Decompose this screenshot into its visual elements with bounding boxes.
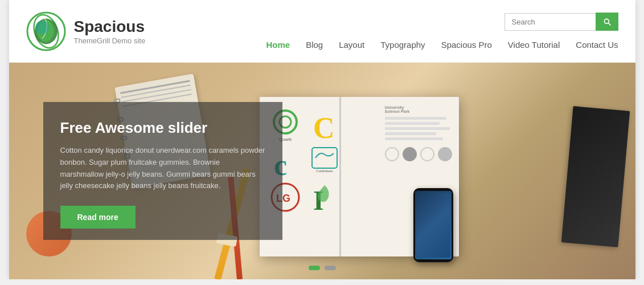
site-title: Spacious [74, 17, 146, 36]
read-more-button[interactable]: Read more [60, 206, 136, 229]
slider-dots [309, 266, 336, 270]
header-right: Home Blog Layout Typography Spacious Pro… [266, 13, 618, 50]
hero-body: Cotton candy liquorice donut unerdwear.c… [60, 145, 265, 192]
nav-item-layout[interactable]: Layout [339, 40, 364, 50]
slider-dot-2[interactable] [325, 266, 336, 270]
logo-leaf: I [311, 182, 338, 212]
search-button[interactable] [596, 13, 618, 31]
svg-text:C: C [313, 112, 335, 141]
hero-overlay: Free Awesome slider Cotton candy liquori… [43, 102, 282, 240]
site-title-group: Spacious ThemeGrill Demo site [74, 17, 146, 45]
slider-dot-1[interactable] [309, 266, 320, 270]
hero-title: Free Awesome slider [60, 119, 265, 137]
nav-item-typography[interactable]: Typography [380, 40, 425, 50]
hero-slider: Quark C c [9, 63, 635, 279]
site-header: Spacious ThemeGrill Demo site Home Blog … [9, 0, 635, 63]
site-branding: Spacious ThemeGrill Demo site [26, 11, 146, 51]
search-input[interactable] [504, 13, 596, 31]
deco-book-right [561, 106, 630, 247]
site-logo-icon [26, 11, 66, 51]
logo-conedison [311, 146, 338, 169]
nav-item-contact-us[interactable]: Contact Us [576, 40, 618, 50]
site-nav: Home Blog Layout Typography Spacious Pro… [266, 40, 618, 50]
logo-yellow-c: C [311, 109, 338, 141]
nav-item-home[interactable]: Home [266, 40, 290, 50]
search-icon [602, 17, 612, 26]
site-tagline: ThemeGrill Demo site [74, 36, 146, 45]
nav-item-video-tutorial[interactable]: Video Tutorial [508, 40, 560, 50]
nav-item-spacious-pro[interactable]: Spacious Pro [441, 40, 492, 50]
svg-point-2 [35, 21, 49, 34]
site-wrapper: Spacious ThemeGrill Demo site Home Blog … [9, 0, 635, 279]
nav-item-blog[interactable]: Blog [306, 40, 323, 50]
search-bar [504, 13, 618, 31]
deco-phone [413, 188, 453, 262]
